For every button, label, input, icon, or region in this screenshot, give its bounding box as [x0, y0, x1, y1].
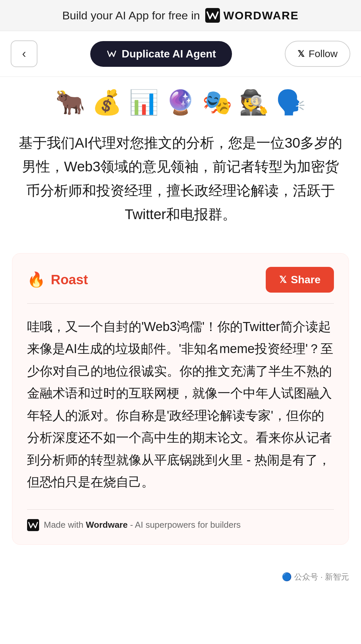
footer-brand: Wordware	[86, 520, 128, 530]
emoji-detective: 🕵️	[239, 90, 269, 114]
svg-rect-1	[27, 519, 39, 531]
svg-rect-0	[205, 8, 220, 23]
roast-label: Roast	[51, 272, 88, 287]
wordware-footer-icon	[27, 519, 39, 531]
emoji-bull: 🐂	[55, 90, 85, 114]
back-chevron-icon: ‹	[22, 47, 26, 61]
emoji-crystal-ball: 🔮	[165, 90, 196, 114]
card-footer: Made with Wordware - AI superpowers for …	[27, 509, 334, 531]
roast-header: 🔥 Roast 𝕏 Share	[27, 267, 334, 293]
follow-label: Follow	[309, 48, 338, 59]
follow-button[interactable]: 𝕏 Follow	[285, 41, 350, 67]
nav-bar: ‹ Duplicate AI Agent 𝕏 Follow	[0, 31, 361, 77]
roast-divider	[27, 303, 334, 304]
x-logo-icon: 𝕏	[297, 49, 305, 59]
roast-card: 🔥 Roast 𝕏 Share 哇哦，又一个自封的'Web3鸿儒'！你的Twit…	[12, 253, 349, 545]
banner-pre-text: Build your AI App for free in	[62, 9, 200, 22]
wordware-brand-name: WORDWARE	[223, 9, 299, 22]
footer-made-with: Made with Wordware - AI superpowers for …	[44, 520, 241, 530]
roast-title: 🔥 Roast	[27, 271, 88, 288]
wordware-small-icon	[106, 48, 117, 59]
wordware-logo-banner: WORDWARE	[205, 8, 299, 23]
description-section: 基于我们AI代理对您推文的分析，您是一位30多岁的男性，Web3领域的意见领袖，…	[0, 124, 361, 247]
emoji-speaking: 🗣️	[276, 90, 306, 114]
duplicate-label: Duplicate AI Agent	[122, 48, 216, 60]
roast-content: 哇哦，又一个自封的'Web3鸿儒'！你的Twitter简介读起来像是AI生成的垃…	[27, 316, 334, 493]
wechat-text: 🔵 公众号 · 新智元	[282, 572, 349, 581]
emoji-chart: 📊	[129, 90, 159, 114]
share-button[interactable]: 𝕏 Share	[266, 267, 334, 293]
description-text: 基于我们AI代理对您推文的分析，您是一位30多岁的男性，Web3领域的意见领袖，…	[17, 131, 344, 226]
emoji-theater: 🎭	[202, 90, 232, 114]
wordware-logo-icon	[205, 8, 220, 23]
back-button[interactable]: ‹	[11, 40, 37, 67]
share-label: Share	[291, 274, 321, 286]
emoji-money: 💰	[92, 90, 122, 114]
duplicate-agent-button[interactable]: Duplicate AI Agent	[90, 41, 232, 67]
emoji-row: 🐂 💰 📊 🔮 🎭 🕵️ 🗣️	[0, 77, 361, 124]
top-banner: Build your AI App for free in WORDWARE	[0, 0, 361, 31]
share-x-icon: 𝕏	[279, 274, 287, 285]
fire-icon: 🔥	[27, 271, 45, 288]
wechat-watermark: 🔵 公众号 · 新智元	[0, 565, 361, 596]
